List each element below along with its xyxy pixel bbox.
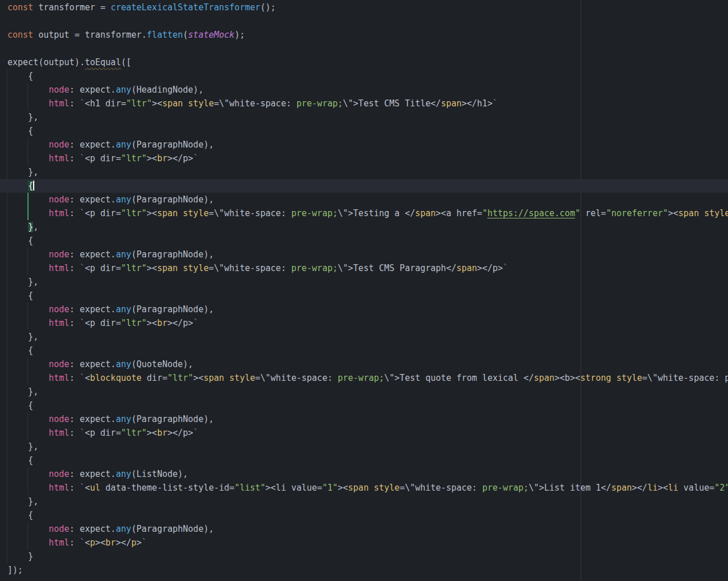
code-token	[7, 181, 28, 191]
code-token	[7, 222, 28, 232]
code-line[interactable]: node: expect.any(QuoteNode),	[0, 357, 728, 371]
code-line[interactable]: },	[0, 110, 728, 124]
code-token	[7, 153, 49, 164]
text-cursor	[33, 181, 34, 190]
code-token: {	[7, 400, 33, 411]
code-token	[369, 483, 374, 493]
code-token: ><li value=	[266, 483, 322, 493]
code-token: ></	[116, 538, 131, 548]
code-line[interactable]: ]);	[0, 563, 728, 577]
code-token: pre-wrap;	[297, 98, 343, 109]
code-line[interactable]: },	[0, 440, 728, 453]
code-token: node	[49, 414, 69, 424]
code-line[interactable]: {	[0, 124, 728, 138]
code-token: span	[534, 373, 554, 383]
code-line[interactable]: node: expect.any(ParagraphNode),	[0, 248, 728, 261]
code-token: ]);	[7, 565, 23, 575]
matched-bracket: }	[28, 222, 33, 232]
code-line[interactable]: const output = transformer.flatten(state…	[0, 28, 728, 42]
code-token: node	[49, 249, 69, 260]
code-token: style	[188, 98, 214, 109]
code-line[interactable]: html: `<p><br></p>`	[0, 536, 728, 550]
code-line[interactable]: },	[0, 165, 728, 179]
code-line[interactable]: html: `<blockquote dir="ltr"><span style…	[0, 371, 728, 385]
code-line[interactable]: html: `<h1 dir="ltr"><span style=\"white…	[0, 97, 728, 110]
code-token: \">Test CMS Title</	[343, 98, 441, 109]
code-line[interactable]: node: expect.any(ParagraphNode),	[0, 193, 728, 206]
code-token	[611, 373, 617, 383]
code-token	[7, 85, 49, 95]
code-line[interactable]: node: expect.any(ParagraphNode),	[0, 412, 728, 426]
code-line[interactable]: },	[0, 275, 728, 289]
code-line[interactable]: expect(output).toEqual([	[0, 55, 728, 69]
code-line[interactable]	[0, 42, 728, 55]
code-line[interactable]: html: `<ul data-theme-list-style-id="lis…	[0, 481, 728, 495]
code-token: =\"white-space:	[214, 98, 297, 109]
code-token: transformer =	[33, 2, 110, 13]
code-line-active[interactable]: {	[0, 179, 728, 193]
code-token: <p dir=	[85, 318, 121, 328]
code-line[interactable]: node: expect.any(ParagraphNode),	[0, 138, 728, 152]
code-token: ul	[90, 483, 101, 493]
code-token: ></h1>	[462, 98, 493, 109]
code-token: html	[49, 483, 69, 493]
code-token: p	[90, 538, 95, 548]
code-token: :	[69, 208, 79, 218]
code-token: span	[415, 208, 435, 218]
code-line[interactable]: node: expect.any(ParagraphNode),	[0, 303, 728, 316]
code-token: pre-wrap;	[338, 373, 384, 383]
code-token: span	[348, 483, 369, 493]
code-token: toEqual	[85, 57, 121, 67]
code-line[interactable]: html: `<p dir="ltr"><span style=\"white-…	[0, 206, 728, 220]
code-line[interactable]: {	[0, 508, 728, 522]
code-line[interactable]: {	[0, 289, 728, 303]
code-token: "ltr"	[126, 98, 152, 109]
code-editor[interactable]: const transformer = createLexicalStateTr…	[0, 0, 728, 581]
code-token	[7, 483, 49, 493]
code-token	[7, 263, 49, 273]
code-line[interactable]: }	[0, 550, 728, 563]
code-token: {	[7, 345, 33, 356]
code-line[interactable]: },	[0, 220, 728, 234]
code-token	[224, 373, 229, 383]
code-line[interactable]: html: `<p dir="ltr"><span style=\"white-…	[0, 261, 728, 275]
code-line[interactable]: },	[0, 385, 728, 399]
code-line[interactable]: html: `<p dir="ltr"><br></p>`	[0, 152, 728, 165]
code-line[interactable]: node: expect.any(ListNode),	[0, 467, 728, 481]
code-line[interactable]: {	[0, 69, 728, 83]
code-token: <	[85, 483, 90, 493]
code-line[interactable]: node: expect.any(HeadingNode),	[0, 83, 728, 97]
code-token	[7, 208, 49, 218]
code-line[interactable]: {	[0, 344, 728, 357]
code-token	[178, 208, 183, 218]
code-token: ([	[121, 57, 131, 67]
code-line[interactable]: html: `<p dir="ltr"><br></p>`	[0, 426, 728, 440]
code-token: \">Testing a </	[338, 208, 415, 218]
code-token: : expect.	[69, 194, 115, 205]
code-token: span	[457, 263, 477, 273]
matched-bracket: {	[28, 181, 33, 191]
code-token: any	[116, 140, 131, 150]
code-token: data-theme-list-style-id=	[101, 483, 235, 493]
code-line[interactable]: },	[0, 495, 728, 508]
code-token: (ParagraphNode),	[131, 249, 214, 260]
code-token: (ParagraphNode),	[131, 524, 214, 534]
code-token: style	[617, 373, 642, 383]
code-line[interactable]: node: expect.any(ParagraphNode),	[0, 522, 728, 536]
code-line[interactable]: html: `<p dir="ltr"><br></p>`	[0, 316, 728, 330]
code-token: :	[69, 538, 79, 548]
code-line[interactable]: },	[0, 330, 728, 344]
code-token: `	[193, 428, 198, 438]
code-token	[7, 140, 49, 150]
code-line[interactable]: {	[0, 234, 728, 248]
code-line[interactable]	[0, 14, 728, 28]
code-token	[7, 414, 49, 424]
code-token: p	[131, 538, 137, 548]
code-token: any	[116, 304, 131, 315]
code-line[interactable]: const transformer = createLexicalStateTr…	[0, 1, 728, 14]
code-token: html	[49, 208, 69, 218]
code-token: https://space.com	[487, 208, 575, 218]
code-line[interactable]: {	[0, 453, 728, 467]
code-token: =\"white-space:	[209, 208, 291, 218]
code-line[interactable]: {	[0, 399, 728, 412]
